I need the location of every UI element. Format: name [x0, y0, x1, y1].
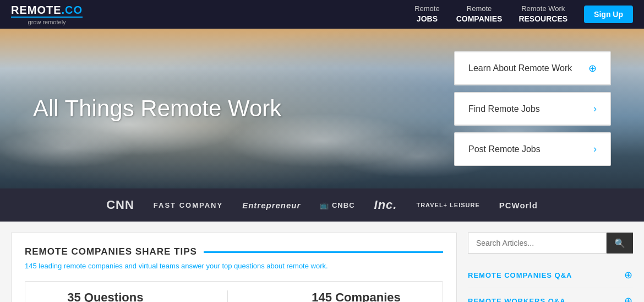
press-travel: TRAVEL+ LEISURE — [416, 202, 479, 208]
stat-divider — [227, 290, 228, 302]
nav-resources-top: Remote Work — [519, 4, 567, 14]
nav-companies[interactable]: Remote COMPANIES — [456, 4, 503, 24]
press-inc: Inc. — [374, 198, 397, 212]
plus-icon-workers: ⊕ — [624, 295, 633, 302]
main-content: REMOTE COMPANIES SHARE TIPS 145 leading … — [0, 222, 644, 302]
stats-row: 35 Questions 145 Companies — [25, 281, 443, 302]
logo[interactable]: REMOTE.CO grow remotely — [11, 4, 83, 25]
left-panel: REMOTE COMPANIES SHARE TIPS 145 leading … — [11, 233, 457, 302]
post-remote-jobs-button[interactable]: Post Remote Jobs › — [454, 132, 611, 166]
hero-section: All Things Remote Work Learn About Remot… — [0, 29, 644, 188]
plus-icon-companies: ⊕ — [624, 269, 633, 281]
press-nbcnews: 📺 CNBC — [320, 201, 354, 209]
section-title-row: REMOTE COMPANIES SHARE TIPS — [25, 246, 443, 257]
search-input[interactable] — [468, 233, 607, 254]
nav-resources[interactable]: Remote Work RESOURCES — [519, 4, 567, 24]
press-bar: CNN FAST COMPANY Entrepreneur 📺 CNBC Inc… — [0, 188, 644, 222]
main-nav: Remote JOBS Remote COMPANIES Remote Work… — [414, 4, 633, 24]
search-icon: 🔍 — [614, 239, 625, 248]
right-panel: 🔍 REMOTE COMPANIES Q&A ⊕ REMOTE WORKERS … — [468, 233, 633, 302]
nav-jobs-top: Remote — [414, 4, 440, 14]
section-title-line — [204, 251, 443, 253]
nav-jobs[interactable]: Remote JOBS — [414, 4, 440, 24]
nav-companies-bottom: COMPANIES — [456, 14, 503, 24]
nav-companies-top: Remote — [456, 4, 503, 14]
logo-text: REMOTE.CO — [11, 4, 83, 17]
press-fastcompany: FAST COMPANY — [154, 201, 223, 209]
link-companies-qa-label: REMOTE COMPANIES Q&A — [468, 271, 572, 279]
learn-btn-label: Learn About Remote Work — [468, 63, 572, 73]
section-subtitle: 145 leading remote companies and virtual… — [25, 262, 443, 270]
stat-questions-number: 35 Questions — [67, 290, 143, 302]
press-pcworld: PCWorld — [499, 201, 538, 210]
find-btn-icon: › — [593, 103, 597, 115]
link-workers-qa-label: REMOTE WORKERS Q&A — [468, 297, 566, 303]
learn-remote-work-button[interactable]: Learn About Remote Work ⊕ — [454, 51, 611, 85]
search-bar: 🔍 — [468, 233, 633, 254]
signup-button[interactable]: Sign Up — [584, 6, 633, 23]
find-remote-jobs-button[interactable]: Find Remote Jobs › — [454, 92, 611, 126]
find-btn-label: Find Remote Jobs — [468, 104, 540, 114]
press-entrepreneur: Entrepreneur — [242, 201, 301, 210]
link-workers-qa[interactable]: REMOTE WORKERS Q&A ⊕ — [468, 288, 633, 302]
hero-title: All Things Remote Work — [33, 95, 281, 122]
search-button[interactable]: 🔍 — [607, 233, 633, 254]
link-companies-qa[interactable]: REMOTE COMPANIES Q&A ⊕ — [468, 262, 633, 288]
logo-tagline: grow remotely — [11, 17, 83, 25]
learn-btn-icon: ⊕ — [588, 62, 597, 74]
post-btn-label: Post Remote Jobs — [468, 144, 541, 154]
logo-dot: .CO — [62, 4, 83, 16]
nav-jobs-bottom: JOBS — [414, 14, 440, 24]
section-title-text: REMOTE COMPANIES SHARE TIPS — [25, 246, 197, 257]
stat-questions: 35 Questions — [67, 290, 143, 302]
hero-cta-group: Learn About Remote Work ⊕ Find Remote Jo… — [454, 51, 611, 166]
press-cnn: CNN — [106, 198, 134, 212]
post-btn-icon: › — [593, 143, 597, 155]
nav-resources-bottom: RESOURCES — [519, 14, 567, 24]
header: REMOTE.CO grow remotely Remote JOBS Remo… — [0, 0, 644, 29]
stat-companies-number: 145 Companies — [312, 290, 400, 302]
stat-companies: 145 Companies — [312, 290, 400, 302]
